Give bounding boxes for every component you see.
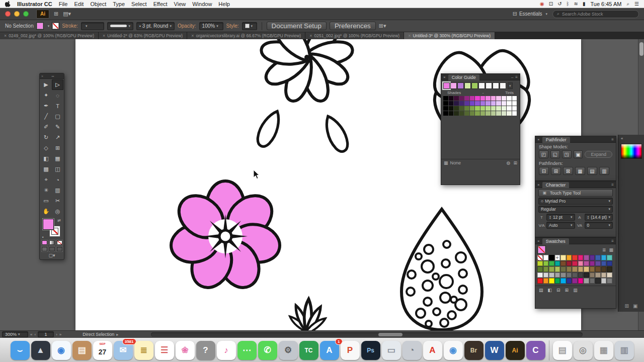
swatch[interactable] [549, 273, 554, 278]
panel-menu-icon[interactable]: ≡ [611, 239, 614, 243]
workspace-switcher[interactable]: ⊟ Essentials ▾ [513, 11, 547, 17]
time-machine-icon[interactable]: ↺ [557, 1, 561, 7]
color-guide-swatch[interactable] [443, 106, 448, 111]
swatch[interactable] [560, 278, 566, 284]
status-options-icon[interactable]: ▸ [116, 332, 118, 337]
color-mode-button[interactable] [42, 240, 47, 245]
swatch[interactable] [543, 273, 549, 278]
save-group-icon[interactable]: ⊞ [513, 160, 517, 165]
dock-app-circle[interactable]: ◎ [574, 341, 593, 360]
font-style-select[interactable]: Regular ▾ [538, 206, 613, 213]
tool-hand[interactable]: ✋ [40, 206, 52, 217]
color-guide-swatch[interactable] [464, 96, 469, 101]
tool-artboard[interactable]: ▭ [40, 196, 52, 206]
color-guide-swatch[interactable] [470, 106, 475, 111]
color-guide-swatch[interactable] [507, 101, 512, 106]
color-guide-swatch[interactable] [491, 96, 496, 101]
swatch[interactable] [578, 273, 584, 278]
dock-facetime[interactable]: ✆ [258, 341, 277, 360]
swatch[interactable] [578, 278, 584, 284]
swatch[interactable] [601, 261, 607, 266]
touch-type-tool-button[interactable]: ▣ Touch Type Tool [538, 189, 613, 197]
zoom-level-select[interactable]: 300% ▾ [2, 331, 28, 337]
color-guide-swatch[interactable] [480, 96, 486, 101]
arrange-documents-icon[interactable]: ▤▾ [63, 11, 71, 17]
color-guide-header[interactable]: × Color Guide ‒≡ [441, 74, 520, 80]
dock-app-store[interactable]: A1 [320, 341, 339, 360]
swatch[interactable] [567, 278, 572, 284]
swatch[interactable] [537, 273, 543, 278]
character-header[interactable]: × Character ≡ [535, 182, 616, 188]
color-guide-swatch[interactable] [480, 106, 486, 111]
menu-effect[interactable]: Effect [153, 1, 168, 7]
document-tab[interactable]: ×Untitled-2* @ 63% (RGB/GPU Preview) [99, 32, 187, 39]
swatch[interactable] [572, 278, 578, 284]
color-guide-base-color[interactable] [464, 82, 471, 89]
swatch[interactable] [549, 266, 554, 272]
color-guide-swatch[interactable] [491, 101, 496, 106]
color-guide-swatch[interactable] [449, 106, 454, 111]
swatch[interactable] [560, 261, 566, 266]
dock-notes[interactable]: ≣ [134, 341, 153, 360]
tool-mesh[interactable]: ▩ [40, 164, 52, 174]
outline-button[interactable]: ▤ [587, 167, 597, 175]
tool-pencil[interactable]: ✎ [52, 122, 63, 132]
color-guide-swatch[interactable] [459, 106, 464, 111]
kerning-select[interactable]: Auto ▾ [546, 222, 575, 229]
color-guide-swatch[interactable] [454, 111, 459, 116]
draw-normal-button[interactable] [42, 247, 47, 251]
color-guide-swatch[interactable] [449, 101, 454, 106]
artboard-number-field[interactable]: 1 [38, 331, 54, 337]
swatch[interactable] [555, 261, 560, 266]
draw-inside-button[interactable] [57, 247, 62, 251]
stepper-arrows-icon[interactable]: ▲▼ [549, 215, 551, 219]
style-panel-link[interactable]: Style: [226, 23, 239, 29]
swatch[interactable] [595, 278, 601, 284]
character-title[interactable]: Character [542, 182, 570, 188]
dock-photoshop[interactable]: Ps [361, 341, 380, 360]
dock-acrobat[interactable]: A [423, 341, 442, 360]
dock-system-preferences[interactable]: ⚙ [279, 341, 298, 360]
swatch[interactable] [595, 255, 601, 260]
tools-panel-header[interactable]: ×▪▪ [40, 73, 64, 79]
document-tab[interactable]: ×0251_002.jpg* @ 100% (RGB/GPU Preview) [305, 32, 404, 39]
swatch[interactable] [590, 255, 595, 260]
color-guide-swatch[interactable] [486, 106, 491, 111]
swatch[interactable] [549, 255, 554, 260]
swatch[interactable] [543, 255, 549, 260]
swatch[interactable] [590, 261, 595, 266]
swatch[interactable] [607, 273, 612, 278]
minus-back-button[interactable]: ▥ [599, 167, 609, 175]
dock-app-window[interactable]: ▭ [382, 341, 401, 360]
menubar-clock[interactable]: Tue 6:45 AM [590, 1, 621, 7]
swatch[interactable] [560, 273, 566, 278]
screen-mode-button[interactable]: ▢▾ [48, 253, 55, 258]
tool-line-segment[interactable]: ╱ [40, 111, 52, 122]
swatch[interactable] [555, 278, 560, 284]
swatch[interactable] [607, 255, 612, 260]
merge-button[interactable]: ⊠ [563, 167, 573, 175]
panel-collapse-icon[interactable]: ‒ [511, 75, 513, 79]
fill-color-swatch[interactable] [37, 23, 43, 29]
swatch[interactable] [537, 261, 543, 266]
tool-selection[interactable]: ▶ [40, 79, 52, 90]
panel-menu-icon[interactable]: ≡ [515, 75, 518, 79]
menu-file[interactable]: File [59, 1, 68, 7]
swatch[interactable] [572, 261, 578, 266]
color-guide-swatch[interactable] [475, 106, 480, 111]
document-tab[interactable]: ×0249_002.jpg* @ 100% (RGB/GPU Preview) [0, 32, 99, 39]
swatch[interactable] [590, 273, 595, 278]
swatch[interactable] [537, 278, 543, 284]
stepper-arrows-icon[interactable]: ▲▼ [587, 215, 590, 219]
grid-view-icon[interactable]: ▦ [609, 247, 613, 252]
swatch[interactable] [601, 273, 607, 278]
swatch[interactable] [584, 273, 589, 278]
swatch[interactable] [572, 273, 578, 278]
color-guide-base-color[interactable] [471, 82, 478, 89]
color-guide-swatch[interactable] [464, 106, 469, 111]
swap-fill-stroke-icon[interactable]: ⇄ [57, 218, 61, 223]
color-guide-swatch[interactable] [454, 96, 459, 101]
swatch[interactable] [578, 255, 584, 260]
swatch[interactable] [537, 266, 543, 272]
expand-button[interactable]: Expand [585, 151, 612, 158]
